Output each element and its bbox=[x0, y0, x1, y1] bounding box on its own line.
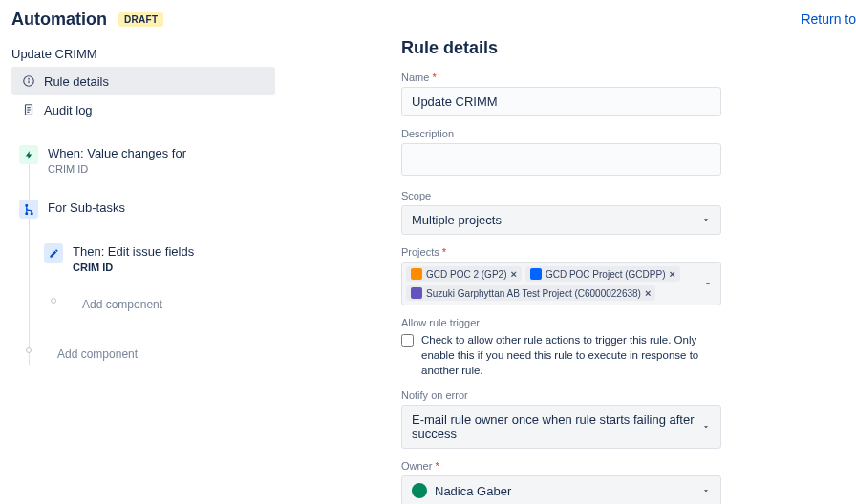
add-dot-icon bbox=[51, 298, 56, 304]
allow-trigger-label: Allow rule trigger bbox=[401, 317, 856, 328]
add-component-inner[interactable]: Add component bbox=[36, 294, 275, 315]
rule-name-heading: Update CRIMM bbox=[11, 47, 275, 61]
add-component-outer[interactable]: Add component bbox=[11, 344, 275, 365]
trigger-sub: CRIM ID bbox=[48, 163, 186, 175]
section-title: Rule details bbox=[401, 38, 856, 58]
avatar-icon bbox=[412, 483, 427, 498]
action-node[interactable]: Then: Edit issue fields CRIM ID bbox=[36, 240, 275, 277]
owner-value: Nadica Gaber bbox=[435, 484, 511, 498]
svg-point-2 bbox=[29, 78, 30, 79]
notify-value: E-mail rule owner once when rule starts … bbox=[412, 412, 701, 441]
svg-point-8 bbox=[31, 212, 32, 214]
action-label: Then: Edit issue fields bbox=[73, 243, 194, 261]
nav-rule-details-label: Rule details bbox=[44, 74, 109, 89]
description-input[interactable] bbox=[401, 143, 721, 176]
scope-value: Multiple projects bbox=[412, 213, 502, 227]
nav-rule-details[interactable]: Rule details bbox=[11, 67, 275, 95]
projects-select[interactable]: GCD POC 2 (GP2) × GCD POC Project (GCDPP… bbox=[401, 262, 721, 305]
project-icon bbox=[411, 287, 422, 299]
allow-trigger-checkbox[interactable] bbox=[401, 334, 414, 346]
draft-badge: DRAFT bbox=[118, 12, 163, 27]
trigger-node[interactable]: When: Value changes for CRIM ID bbox=[11, 141, 275, 178]
project-chip: GCD POC 2 (GP2) × bbox=[406, 266, 522, 282]
info-icon bbox=[21, 74, 36, 89]
project-icon bbox=[530, 268, 542, 280]
branch-label: For Sub-tasks bbox=[48, 200, 125, 217]
remove-chip-icon[interactable]: × bbox=[645, 287, 651, 299]
remove-chip-icon[interactable]: × bbox=[669, 268, 674, 280]
name-label: Name bbox=[401, 72, 856, 83]
chevron-down-icon bbox=[701, 420, 711, 434]
svg-point-7 bbox=[25, 204, 27, 206]
remove-chip-icon[interactable]: × bbox=[510, 268, 516, 280]
chevron-down-icon bbox=[701, 213, 711, 227]
owner-label: Owner bbox=[401, 460, 856, 472]
notify-label: Notify on error bbox=[401, 389, 856, 401]
trigger-label: When: Value changes for bbox=[48, 145, 186, 162]
owner-select[interactable]: Nadica Gaber bbox=[401, 475, 721, 504]
return-link[interactable]: Return to bbox=[801, 11, 856, 27]
pencil-icon bbox=[44, 243, 63, 262]
bolt-icon bbox=[19, 145, 38, 164]
description-label: Description bbox=[401, 128, 856, 139]
project-chip-label: GCD POC 2 (GP2) bbox=[426, 269, 506, 280]
nav-audit-log-label: Audit log bbox=[44, 103, 93, 117]
project-chip-label: Suzuki Garphyttan AB Test Project (C6000… bbox=[426, 288, 641, 299]
projects-label: Projects bbox=[401, 246, 856, 258]
add-dot-icon bbox=[26, 347, 32, 353]
project-chip: Suzuki Garphyttan AB Test Project (C6000… bbox=[406, 285, 655, 301]
project-chip-label: GCD POC Project (GCDPP) bbox=[546, 269, 666, 280]
project-chip: GCD POC Project (GCDPP) × bbox=[525, 266, 680, 282]
nav-audit-log[interactable]: Audit log bbox=[11, 95, 275, 124]
chevron-down-icon bbox=[701, 484, 711, 498]
scope-select[interactable]: Multiple projects bbox=[401, 205, 721, 235]
branch-node[interactable]: For Sub-tasks bbox=[11, 196, 275, 222]
page-title: Automation bbox=[11, 10, 107, 30]
name-input[interactable] bbox=[401, 87, 721, 116]
add-component-outer-label: Add component bbox=[57, 347, 138, 361]
chevron-down-icon bbox=[703, 276, 713, 291]
allow-trigger-text: Check to allow other rule actions to tri… bbox=[421, 332, 721, 378]
add-component-inner-label: Add component bbox=[82, 298, 162, 311]
notify-select[interactable]: E-mail rule owner once when rule starts … bbox=[401, 405, 721, 449]
scope-label: Scope bbox=[401, 190, 856, 201]
document-icon bbox=[21, 102, 36, 117]
action-sub: CRIM ID bbox=[73, 262, 194, 273]
project-icon bbox=[411, 268, 422, 280]
branch-icon bbox=[19, 200, 38, 219]
